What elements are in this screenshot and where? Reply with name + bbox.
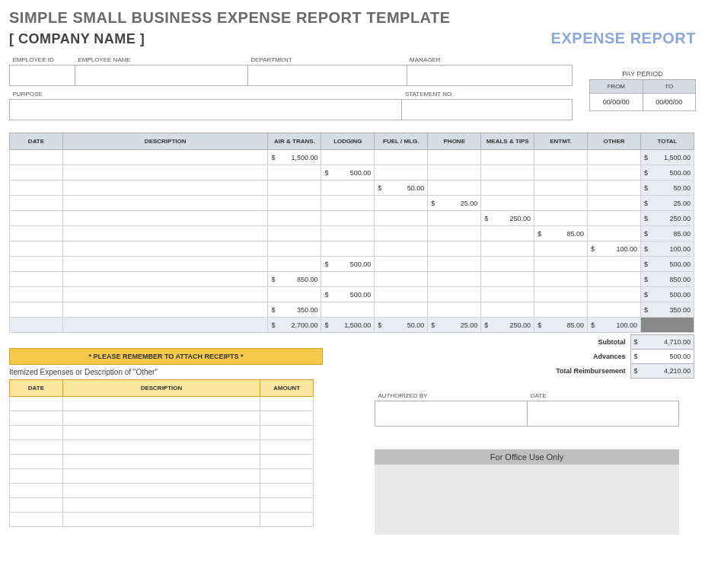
exp-cell-desc[interactable] <box>62 196 268 211</box>
exp-cell-date[interactable] <box>10 226 63 241</box>
itemized-cell[interactable] <box>260 498 314 513</box>
exp-cell-entmt[interactable] <box>534 287 588 302</box>
exp-cell-other[interactable] <box>588 150 641 165</box>
pay-period-from[interactable]: 00/00/00 <box>590 94 643 111</box>
itemized-cell[interactable] <box>10 513 63 527</box>
exp-cell-air[interactable] <box>268 196 321 211</box>
exp-cell-phone[interactable] <box>428 211 481 226</box>
exp-cell-air[interactable]: $850.00 <box>268 272 321 287</box>
itemized-cell[interactable] <box>62 440 260 455</box>
exp-cell-entmt[interactable] <box>534 257 588 272</box>
input-purpose[interactable] <box>10 100 402 120</box>
exp-cell-entmt[interactable] <box>534 165 588 181</box>
itemized-cell[interactable] <box>10 411 63 426</box>
exp-cell-lodging[interactable]: $500.00 <box>321 257 375 272</box>
exp-cell-phone[interactable] <box>428 302 481 318</box>
exp-cell-air[interactable] <box>268 165 321 181</box>
exp-cell-entmt[interactable] <box>534 241 588 257</box>
exp-cell-lodging[interactable] <box>321 302 375 318</box>
exp-cell-fuel[interactable]: $50.00 <box>375 181 428 196</box>
exp-cell-entmt[interactable] <box>534 272 588 287</box>
exp-cell-meals[interactable] <box>481 181 534 196</box>
input-auth-date[interactable] <box>528 401 679 427</box>
exp-cell-phone[interactable] <box>428 226 481 241</box>
input-department[interactable] <box>247 66 407 86</box>
exp-cell-desc[interactable] <box>62 257 268 272</box>
input-employee-name[interactable] <box>75 66 247 86</box>
exp-cell-entmt[interactable] <box>534 150 588 165</box>
exp-cell-meals[interactable] <box>481 165 534 181</box>
exp-cell-fuel[interactable] <box>375 226 428 241</box>
exp-cell-date[interactable] <box>10 257 63 272</box>
exp-cell-air[interactable] <box>268 181 321 196</box>
exp-cell-desc[interactable] <box>62 211 268 226</box>
itemized-cell[interactable] <box>260 513 314 527</box>
exp-cell-fuel[interactable] <box>375 257 428 272</box>
exp-cell-other[interactable] <box>588 196 641 211</box>
exp-cell-other[interactable] <box>588 302 641 318</box>
exp-cell-desc[interactable] <box>62 181 268 196</box>
exp-cell-meals[interactable] <box>481 226 534 241</box>
exp-cell-lodging[interactable] <box>321 181 375 196</box>
exp-cell-phone[interactable] <box>428 150 481 165</box>
exp-cell-entmt[interactable]: $85.00 <box>534 226 588 241</box>
exp-cell-date[interactable] <box>10 165 63 181</box>
itemized-cell[interactable] <box>62 498 260 513</box>
exp-cell-fuel[interactable] <box>375 150 428 165</box>
itemized-cell[interactable] <box>62 411 260 426</box>
exp-cell-date[interactable] <box>10 302 63 318</box>
exp-cell-air[interactable] <box>268 287 321 302</box>
exp-cell-lodging[interactable] <box>321 196 375 211</box>
exp-cell-other[interactable] <box>588 181 641 196</box>
exp-cell-entmt[interactable] <box>534 211 588 226</box>
exp-cell-other[interactable]: $100.00 <box>588 241 641 257</box>
itemized-cell[interactable] <box>10 440 63 455</box>
exp-cell-date[interactable] <box>10 241 63 257</box>
exp-cell-meals[interactable] <box>481 196 534 211</box>
itemized-cell[interactable] <box>62 455 260 469</box>
itemized-cell[interactable] <box>260 484 314 498</box>
itemized-cell[interactable] <box>260 411 314 426</box>
exp-cell-desc[interactable] <box>62 302 268 318</box>
exp-cell-meals[interactable]: $250.00 <box>481 211 534 226</box>
exp-cell-air[interactable] <box>268 257 321 272</box>
exp-cell-desc[interactable] <box>62 150 268 165</box>
itemized-cell[interactable] <box>260 469 314 484</box>
exp-cell-phone[interactable] <box>428 181 481 196</box>
input-statement-no[interactable] <box>402 100 573 120</box>
exp-cell-date[interactable] <box>10 150 63 165</box>
itemized-cell[interactable] <box>10 484 63 498</box>
exp-cell-air[interactable] <box>268 211 321 226</box>
exp-cell-date[interactable] <box>10 272 63 287</box>
exp-cell-phone[interactable]: $25.00 <box>428 196 481 211</box>
exp-cell-other[interactable] <box>588 211 641 226</box>
exp-cell-fuel[interactable] <box>375 211 428 226</box>
itemized-cell[interactable] <box>62 469 260 484</box>
exp-cell-lodging[interactable] <box>321 272 375 287</box>
exp-cell-air[interactable]: $350.00 <box>268 302 321 318</box>
exp-cell-fuel[interactable] <box>375 241 428 257</box>
exp-cell-desc[interactable] <box>62 272 268 287</box>
itemized-cell[interactable] <box>260 440 314 455</box>
exp-cell-other[interactable] <box>588 272 641 287</box>
itemized-cell[interactable] <box>62 513 260 527</box>
exp-cell-desc[interactable] <box>62 241 268 257</box>
exp-cell-other[interactable] <box>588 165 641 181</box>
office-use-body[interactable] <box>375 465 679 535</box>
exp-cell-meals[interactable] <box>481 272 534 287</box>
exp-cell-entmt[interactable] <box>534 302 588 318</box>
exp-cell-meals[interactable] <box>481 150 534 165</box>
itemized-cell[interactable] <box>10 498 63 513</box>
exp-cell-lodging[interactable] <box>321 150 375 165</box>
itemized-cell[interactable] <box>10 455 63 469</box>
exp-cell-air[interactable]: $1,500.00 <box>268 150 321 165</box>
exp-cell-entmt[interactable] <box>534 196 588 211</box>
exp-cell-lodging[interactable]: $500.00 <box>321 165 375 181</box>
exp-cell-phone[interactable] <box>428 257 481 272</box>
input-employee-id[interactable] <box>10 66 75 86</box>
exp-cell-phone[interactable] <box>428 165 481 181</box>
exp-cell-date[interactable] <box>10 211 63 226</box>
exp-cell-fuel[interactable] <box>375 272 428 287</box>
exp-cell-lodging[interactable] <box>321 241 375 257</box>
exp-cell-lodging[interactable] <box>321 226 375 241</box>
